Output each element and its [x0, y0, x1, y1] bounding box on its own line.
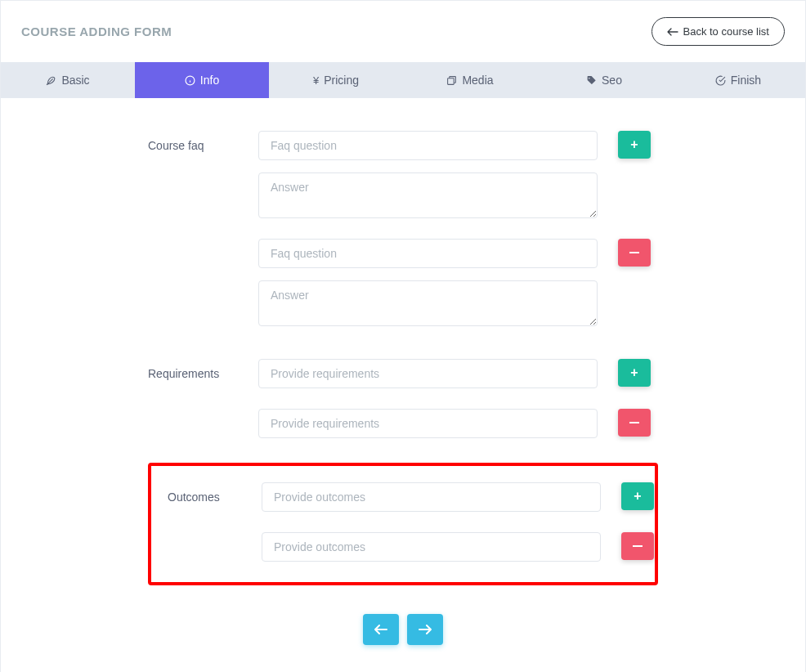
highlighted-outcomes-region: Outcomes +: [148, 463, 658, 585]
tab-basic[interactable]: Basic: [1, 62, 135, 98]
tabs-bar: Basic Info ¥ Pricing Media Seo: [1, 62, 805, 98]
arrow-left-icon: [667, 27, 678, 37]
tab-label: Seo: [602, 74, 622, 87]
wizard-nav: [17, 602, 789, 665]
outcome-row: +: [262, 482, 655, 512]
tab-media[interactable]: Media: [403, 62, 537, 98]
add-requirement-button[interactable]: +: [618, 359, 651, 387]
page-title: COURSE ADDING FORM: [21, 25, 172, 38]
add-faq-button[interactable]: +: [618, 131, 651, 159]
requirement-input[interactable]: [258, 359, 598, 388]
check-circle-icon: [715, 75, 726, 86]
faq-answer-input[interactable]: [258, 280, 598, 326]
outcome-input[interactable]: [262, 532, 601, 562]
outcomes-label: Outcomes: [168, 491, 249, 504]
section-outcomes: Outcomes +: [151, 482, 655, 562]
faq-answer-input[interactable]: [258, 172, 598, 218]
faq-question-input[interactable]: [258, 239, 598, 268]
info-icon: [185, 75, 195, 86]
prev-step-button[interactable]: [363, 614, 399, 645]
tab-seo[interactable]: Seo: [537, 62, 671, 98]
faq-label: Course faq: [148, 139, 246, 152]
feather-icon: [46, 75, 56, 86]
requirement-row: [258, 409, 683, 438]
arrow-right-icon: [419, 625, 432, 634]
back-to-course-list-button[interactable]: Back to course list: [652, 17, 786, 46]
section-requirements: Requirements +: [17, 359, 789, 438]
requirement-input[interactable]: [258, 409, 598, 438]
plus-icon: +: [630, 365, 638, 380]
tab-label: Finish: [731, 74, 761, 87]
tab-finish[interactable]: Finish: [671, 62, 805, 98]
svg-point-6: [589, 77, 590, 78]
arrow-left-icon: [374, 625, 387, 634]
next-step-button[interactable]: [407, 614, 443, 645]
outcome-input[interactable]: [262, 482, 601, 512]
add-outcome-button[interactable]: +: [621, 482, 654, 510]
requirements-label: Requirements: [148, 367, 246, 380]
outcome-row: [262, 532, 655, 562]
remove-requirement-button[interactable]: [618, 409, 651, 437]
back-button-label: Back to course list: [683, 25, 770, 38]
remove-outcome-button[interactable]: [621, 532, 654, 560]
yen-icon: ¥: [313, 74, 319, 87]
tab-label: Info: [200, 74, 219, 87]
layers-icon: [446, 75, 457, 86]
minus-icon: [629, 252, 639, 254]
faq-question-input[interactable]: [258, 131, 598, 160]
faq-row: [258, 239, 683, 326]
minus-icon: [633, 545, 643, 548]
tab-label: Pricing: [324, 74, 359, 87]
plus-icon: +: [630, 137, 638, 152]
plus-icon: +: [634, 489, 641, 504]
svg-rect-5: [448, 78, 454, 84]
section-course-faq: Course faq +: [17, 131, 789, 326]
tab-label: Media: [462, 74, 493, 87]
tab-info[interactable]: Info: [135, 62, 269, 98]
minus-icon: [629, 422, 639, 424]
tag-icon: [586, 75, 597, 86]
remove-faq-button[interactable]: [618, 239, 651, 267]
faq-row: +: [258, 131, 683, 218]
tab-pricing[interactable]: ¥ Pricing: [269, 62, 403, 98]
tab-label: Basic: [61, 74, 89, 87]
requirement-row: +: [258, 359, 683, 388]
